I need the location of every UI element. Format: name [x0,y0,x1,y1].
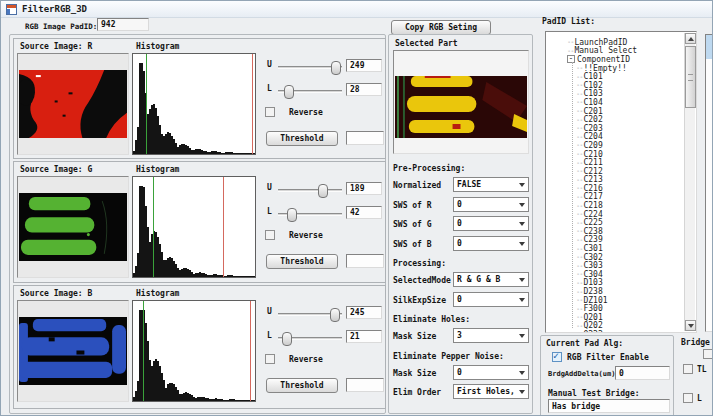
tree-item-label: Q222 [583,330,602,333]
option-row: Processing: [391,255,531,272]
lower-slider[interactable] [278,90,342,93]
tree-item[interactable]: -- C102 [546,81,680,90]
option-label: Processing: [393,259,446,268]
tree-item[interactable]: -- LaunchPadID [546,38,680,47]
option-dropdown[interactable]: First Holes, [453,384,529,399]
tree-item[interactable]: -- C301 [546,244,680,253]
option-row: Mask Size 3 [391,328,531,348]
tree-item[interactable]: -- C224 [546,210,680,219]
tree-item[interactable]: -- C238 [546,227,680,236]
tree-item[interactable]: -- C210 [546,150,680,159]
tree-item[interactable]: -- C103 [546,90,680,99]
tree-item[interactable]: -- C304 [546,270,680,279]
option-dropdown[interactable]: 0 [453,365,529,380]
histogram-title: Histogram [136,289,179,298]
upper-slider[interactable] [278,189,342,192]
upper-slider[interactable] [278,313,342,316]
tree-item[interactable]: -- C209 [546,141,680,150]
bridge-tl-checkbox[interactable] [683,364,693,374]
option-dropdown[interactable]: R & G & B [453,272,529,287]
copy-rgb-setting-button[interactable]: Copy RGB Seting [391,20,491,35]
option-dropdown[interactable]: 0 [453,197,529,212]
tree-item[interactable]: -- Q201 [546,313,680,322]
tree-item[interactable]: -- Q222 [546,330,680,333]
lower-slider[interactable] [278,213,342,216]
bridge-l-checkbox[interactable] [683,393,693,403]
tree-item[interactable]: -- D103 [546,279,680,288]
scroll-up-button[interactable] [685,33,696,44]
tree-item[interactable]: -- !!Empty!! [546,64,680,73]
channel-image [17,300,129,402]
channel-title: Source Image: G [20,165,92,174]
option-dropdown[interactable]: 0 [453,236,529,251]
option-dropdown[interactable]: 0 [453,216,529,231]
dropdown-arrow-icon [519,298,525,305]
upper-value-input[interactable]: 189 [346,182,382,195]
reverse-checkbox[interactable] [265,107,275,117]
tree-item[interactable]: -- C212 [546,167,680,176]
upper-slider[interactable] [278,66,342,69]
tree-item[interactable]: -- D238 [546,287,680,296]
lower-slider-thumb[interactable] [284,85,294,99]
tree-branch-line: -- [576,262,582,270]
tree-item[interactable]: -- C213 [546,176,680,185]
tree-item[interactable]: - ComponentID [546,55,680,64]
upper-value-input[interactable]: 249 [346,59,382,72]
tree-item[interactable]: -- C201 [546,107,680,116]
scroll-up-icon [688,34,694,41]
upper-value-input[interactable]: 245 [346,306,382,319]
reverse-checkbox[interactable] [265,230,275,240]
tree-item[interactable]: -- C218 [546,201,680,210]
threshold-button[interactable]: Threshold [266,378,338,393]
lower-value-input[interactable]: 42 [346,206,382,219]
bridge-delta-input[interactable]: 0 [615,366,670,380]
tree-collapse-icon[interactable]: - [567,55,575,63]
option-dropdown[interactable]: 3 [453,328,529,343]
scroll-down-button[interactable] [685,320,696,331]
tree-scrollbar[interactable] [684,33,695,331]
tree-item[interactable]: -- C302 [546,253,680,262]
threshold-result-box[interactable] [346,378,384,392]
tree-item[interactable]: -- C101 [546,72,680,81]
tree-item[interactable]: -- Manual Select [546,47,680,56]
tree-item[interactable]: -- C202 [546,115,680,124]
option-dropdown[interactable]: 0 [453,292,529,307]
tree-item[interactable]: -- C104 [546,98,680,107]
tree-item[interactable]: -- DZ101 [546,296,680,305]
processing-options: Pre-Processing: Normalized FALSE SWS of … [391,160,531,404]
lower-value-input[interactable]: 28 [346,83,382,96]
channel-histogram [132,176,256,278]
bridge-extra-checkbox[interactable] [703,349,713,359]
tree-item[interactable]: -- Q202 [546,322,680,331]
tree-branch-line: -- [576,296,582,304]
threshold-button[interactable]: Threshold [266,131,338,146]
tree-item[interactable]: -- C216 [546,184,680,193]
lower-slider[interactable] [278,337,342,340]
tree-item[interactable]: -- C303 [546,261,680,270]
upper-slider-thumb[interactable] [331,61,341,75]
tree-item[interactable]: -- C239 [546,236,680,245]
option-dropdown[interactable]: FALSE [453,177,529,192]
lower-slider-thumb[interactable] [282,332,292,346]
rgb-filter-checkbox[interactable] [552,352,562,362]
tree-item[interactable]: -- C204 [546,133,680,142]
tree-item[interactable]: -- C225 [546,218,680,227]
upper-slider-thumb[interactable] [330,308,340,322]
manual-bridge-input[interactable]: Has bridge [548,399,670,413]
tree-item[interactable]: -- C203 [546,124,680,133]
lower-slider-thumb[interactable] [287,208,297,222]
threshold-result-box[interactable] [346,254,384,268]
pad-list-tree[interactable]: -- LaunchPadID -- Manual Select - Compon… [545,31,697,333]
upper-slider-thumb[interactable] [318,184,328,198]
pad-id-value[interactable]: 942 [97,18,149,31]
tree-item[interactable]: -- C211 [546,158,680,167]
lower-value-input[interactable]: 21 [346,330,382,343]
option-value: 0 [457,295,462,304]
scrollbar-thumb[interactable] [685,46,696,108]
tree-item[interactable]: -- C217 [546,193,680,202]
threshold-button[interactable]: Threshold [266,254,338,269]
reverse-checkbox[interactable] [265,354,275,364]
tree-item[interactable]: -- F300 [546,304,680,313]
threshold-result-box[interactable] [346,131,384,145]
channel-panel: Source Image: B Histogram U 245 L 21 Rev… [13,285,386,409]
